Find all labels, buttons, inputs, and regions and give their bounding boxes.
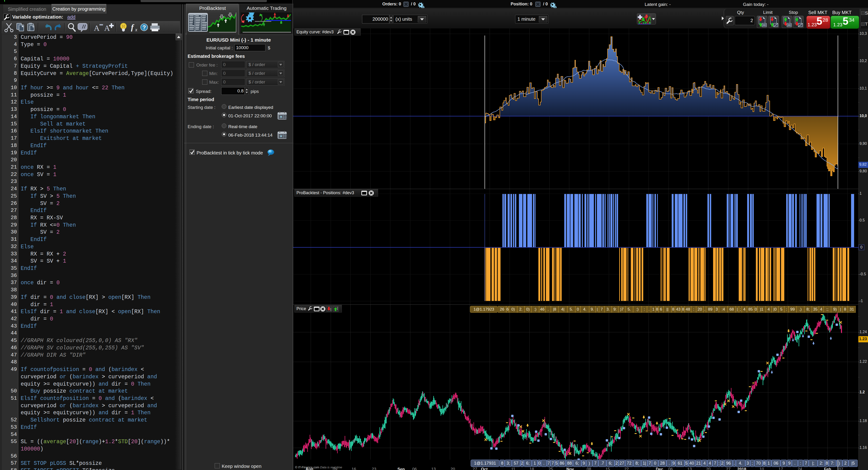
svg-text:A: A (94, 24, 100, 32)
svg-text:x: x (135, 27, 137, 32)
svg-text:f: f (131, 23, 134, 32)
svg-text:?: ? (143, 24, 146, 31)
